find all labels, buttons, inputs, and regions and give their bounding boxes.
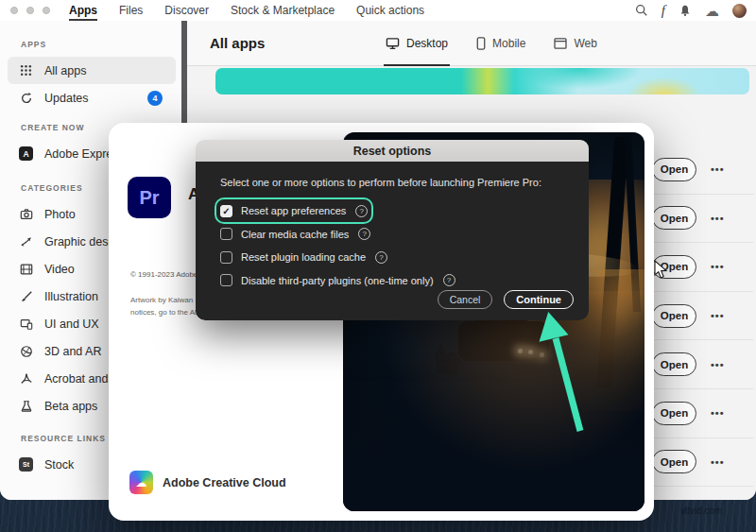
screen: vltvid.com Apps Files Discover Stock & M…	[0, 0, 756, 532]
option-reset-plugin-cache[interactable]: Reset plugin loading cache ?	[220, 249, 387, 265]
sidebar-item-label: Updates	[44, 92, 89, 105]
sidebar-item-label: Illustration	[44, 290, 98, 303]
creative-cloud-label: Adobe Creative Cloud	[163, 476, 286, 489]
option-label: Clear media cache files	[241, 229, 349, 240]
sidebar-item-all-apps[interactable]: All apps	[8, 57, 176, 84]
more-options-icon[interactable]: •••	[711, 407, 725, 419]
maximize-window-button[interactable]	[43, 7, 50, 14]
reset-options-list: ✓ Reset app preferences ? Clear media ca…	[220, 203, 455, 288]
devices-icon	[19, 317, 33, 331]
cancel-button[interactable]: Cancel	[438, 290, 493, 309]
menubar-right: f ☁	[635, 4, 747, 18]
help-icon[interactable]: ?	[375, 251, 387, 264]
menubar: Apps Files Discover Stock & Marketplace …	[0, 0, 756, 21]
more-options-icon[interactable]: •••	[711, 310, 725, 321]
pen-tool-icon	[19, 234, 33, 249]
minimize-window-button[interactable]	[26, 7, 34, 14]
app-row: Open •••	[652, 389, 753, 438]
option-clear-media-cache[interactable]: Clear media cache files ?	[220, 227, 370, 242]
refresh-icon	[19, 91, 33, 105]
app-row: Open •••	[652, 292, 753, 341]
grid-icon	[19, 63, 33, 77]
sidebar-item-label: Beta apps	[44, 400, 97, 413]
dialog-title: Reset options	[196, 140, 589, 162]
sidebar-item-label: 3D and AR	[44, 345, 101, 358]
updates-count-badge: 4	[147, 91, 163, 106]
option-label: Reset plugin loading cache	[241, 251, 366, 263]
search-icon[interactable]	[635, 4, 648, 17]
dialog-description: Select one or more options to perform be…	[220, 177, 541, 188]
annotation-arrow	[525, 308, 601, 435]
sidebar-item-updates[interactable]: Updates 4	[8, 84, 176, 112]
sphere-icon	[19, 344, 33, 358]
app-row: Open •••	[652, 438, 753, 488]
sidebar-section-apps: APPS	[21, 40, 181, 53]
option-disable-third-party-plugins[interactable]: Disable third-party plugins (one-time on…	[220, 273, 455, 288]
premiere-pro-app-icon: Pr	[128, 177, 171, 218]
more-options-icon[interactable]: •••	[711, 213, 725, 224]
account-avatar[interactable]	[732, 4, 747, 18]
more-options-icon[interactable]: •••	[711, 261, 725, 272]
open-app-button[interactable]: Open	[652, 352, 696, 376]
app-row: Open •••	[652, 146, 753, 195]
watermark: vltvid.com	[680, 506, 722, 516]
tab-label: Web	[574, 37, 596, 50]
nav-item-files[interactable]: Files	[119, 0, 143, 21]
creative-cloud-logo-icon: ☁	[129, 471, 153, 494]
sidebar-item-label: UI and UX	[44, 317, 99, 331]
copyright-text: © 1991-2023 Adobe.	[130, 270, 200, 279]
nav-item-stock-marketplace[interactable]: Stock & Marketplace	[231, 0, 335, 21]
checkbox-checked[interactable]: ✓	[220, 205, 232, 217]
acrobat-icon	[19, 371, 33, 386]
sidebar-item-label: Stock	[44, 458, 74, 472]
dialog-body: Select one or more options to perform be…	[196, 162, 589, 320]
continue-button[interactable]: Continue	[504, 290, 574, 309]
tab-label: Desktop	[406, 37, 448, 50]
checkbox-unchecked[interactable]	[220, 228, 232, 240]
option-reset-app-preferences[interactable]: ✓ Reset app preferences ?	[220, 203, 368, 218]
film-icon	[19, 262, 33, 276]
sidebar-item-label: Video	[44, 263, 75, 276]
creative-cloud-footer: ☁ Adobe Creative Cloud	[129, 471, 286, 494]
reset-options-dialog: Reset options Select one or more options…	[196, 140, 589, 320]
open-app-button[interactable]: Open	[652, 206, 696, 230]
top-nav: Apps Files Discover Stock & Marketplace …	[69, 0, 424, 21]
promo-banner[interactable]	[215, 68, 749, 94]
help-icon[interactable]: ?	[355, 205, 368, 217]
help-icon[interactable]: ?	[358, 228, 370, 240]
nav-item-apps[interactable]: Apps	[69, 0, 97, 21]
tab-web[interactable]: Web	[554, 21, 596, 66]
open-app-button[interactable]: Open	[652, 158, 696, 181]
nav-item-discover[interactable]: Discover	[164, 0, 209, 21]
checkbox-unchecked[interactable]	[220, 274, 232, 286]
page-title: All apps	[210, 35, 265, 51]
sidebar-item-label: All apps	[44, 64, 86, 77]
more-options-icon[interactable]: •••	[711, 163, 725, 175]
tab-label: Mobile	[492, 37, 525, 50]
open-app-button[interactable]: Open	[652, 402, 696, 425]
app-row: Open •••	[652, 195, 753, 244]
flask-icon	[19, 399, 33, 413]
close-window-button[interactable]	[10, 7, 18, 14]
stock-icon: St	[19, 457, 33, 472]
brush-icon	[19, 289, 33, 303]
window-controls	[10, 7, 50, 14]
adobe-fonts-icon[interactable]: f	[662, 4, 665, 18]
open-app-button[interactable]: Open	[652, 304, 696, 328]
cloud-sync-icon[interactable]: ☁	[705, 4, 719, 18]
more-options-icon[interactable]: •••	[711, 456, 725, 468]
open-app-button[interactable]: Open	[652, 450, 696, 473]
app-row: Open •••	[652, 340, 753, 389]
mouse-cursor	[654, 260, 668, 280]
help-icon[interactable]: ?	[443, 274, 455, 286]
option-label: Reset app preferences	[241, 205, 346, 216]
dialog-buttons: Cancel Continue	[438, 290, 574, 309]
tab-mobile[interactable]: Mobile	[476, 21, 525, 66]
option-label: Disable third-party plugins (one-time on…	[241, 275, 434, 286]
checkbox-unchecked[interactable]	[220, 251, 232, 264]
adobe-express-icon: A	[19, 146, 33, 161]
tab-desktop[interactable]: Desktop	[386, 21, 448, 66]
notifications-bell-icon[interactable]	[679, 4, 692, 17]
nav-item-quick-actions[interactable]: Quick actions	[356, 0, 424, 21]
more-options-icon[interactable]: •••	[711, 359, 725, 370]
